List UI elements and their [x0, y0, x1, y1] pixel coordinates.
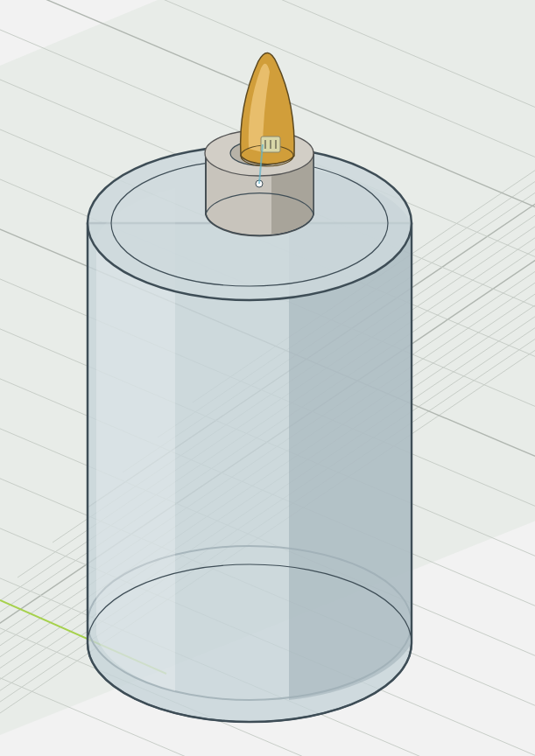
tip-label-patch: [261, 136, 280, 152]
3d-scene[interactable]: [0, 0, 535, 756]
cad-viewport[interactable]: [0, 0, 535, 756]
